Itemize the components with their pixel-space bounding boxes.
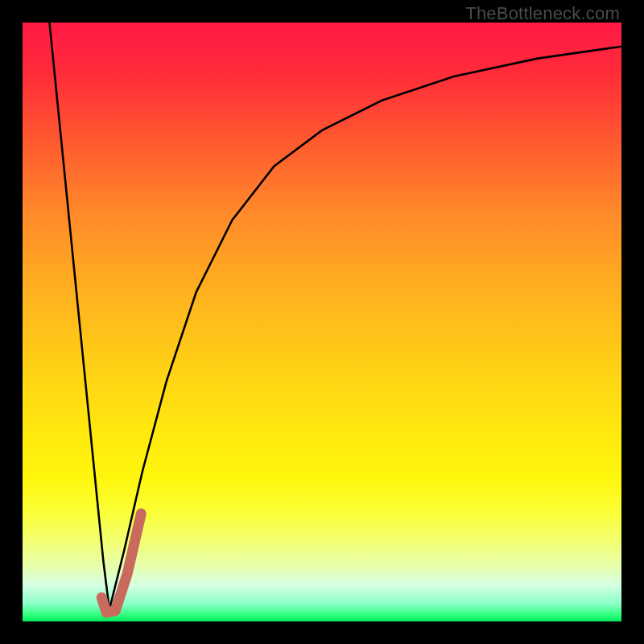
watermark-text: TheBottleneck.com: [465, 3, 620, 24]
right-rising-curve: [109, 47, 621, 609]
curves-svg: [23, 23, 621, 621]
chart-frame: TheBottleneck.com: [0, 0, 644, 644]
left-line-curve: [49, 23, 109, 609]
plot-area: [23, 23, 621, 621]
